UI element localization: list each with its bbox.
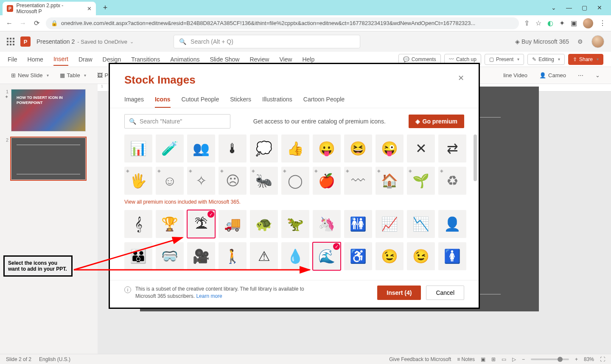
icon-tile-wink-solid[interactable]: 😉 <box>376 242 404 270</box>
zoom-level[interactable]: 83% <box>584 356 594 362</box>
icon-tile-unicorn[interactable]: 🦄 <box>313 210 341 238</box>
bookmark-star-icon[interactable]: ☆ <box>535 19 541 27</box>
dialog-tab-illustrations[interactable]: Illustrations <box>262 93 292 108</box>
sorter-view-icon[interactable]: ⊞ <box>491 356 496 362</box>
reading-view-icon[interactable]: ▭ <box>502 356 506 362</box>
close-window-icon[interactable]: ✕ <box>596 4 603 11</box>
icon-tile-wink-outline[interactable]: 😉 <box>407 242 435 270</box>
icon-tile-treble-clef[interactable]: 𝄞 <box>124 210 152 238</box>
language-indicator[interactable]: English (U.S.) <box>39 356 70 362</box>
maximize-window-icon[interactable]: ▢ <box>580 4 588 11</box>
zoom-in-icon[interactable]: + <box>575 356 578 362</box>
icon-tile-droplet[interactable]: 💧 <box>281 242 309 270</box>
buy-microsoft-link[interactable]: ◈ Buy Microsoft 365 <box>515 38 569 45</box>
zoom-slider[interactable] <box>531 358 569 360</box>
dialog-tab-stickers[interactable]: Stickers <box>230 93 251 108</box>
icon-tile-palm-island[interactable]: 🏝 <box>187 210 215 238</box>
icon-tile-house-chart[interactable]: 🏠 <box>376 167 404 195</box>
notes-toggle[interactable]: ≡ Notes <box>457 356 475 362</box>
share-button[interactable]: ⇪ Share <box>568 54 603 65</box>
collapse-ribbon-icon[interactable]: ⌄ <box>592 70 603 80</box>
kebab-menu-icon[interactable]: ⋮ <box>599 19 606 27</box>
icon-tile-sad-face[interactable]: ☹ <box>219 167 247 195</box>
feedback-link[interactable]: Give Feedback to Microsoft <box>389 356 451 362</box>
icon-tile-tools-cross[interactable]: ✕ <box>407 134 435 162</box>
dialog-tab-icons[interactable]: Icons <box>155 93 171 108</box>
icon-tile-thermometer[interactable]: 🌡 <box>219 134 247 162</box>
icon-tile-apple[interactable]: 🍎 <box>313 167 341 195</box>
new-tab-button[interactable]: + <box>99 2 111 14</box>
online-video-button[interactable]: line Video <box>500 70 531 80</box>
tab-file[interactable]: File <box>8 53 17 65</box>
icon-tile-thought-cloud[interactable]: 💭 <box>250 134 278 162</box>
zoom-out-icon[interactable]: − <box>522 356 525 362</box>
icon-tile-sprout[interactable]: 🌱 <box>407 167 435 195</box>
tab-draw[interactable]: Draw <box>78 53 92 65</box>
icon-tile-audience[interactable]: 👥 <box>187 134 215 162</box>
learn-more-link[interactable]: Learn more <box>196 293 222 299</box>
normal-view-icon[interactable]: ▣ <box>481 356 485 362</box>
scrollbar[interactable] <box>474 134 477 280</box>
reload-button[interactable]: ⟳ <box>32 19 41 27</box>
extension-icon[interactable]: ◐ <box>547 19 553 27</box>
icon-tile-vr-headset[interactable]: 🥽 <box>156 242 184 270</box>
close-tab-icon[interactable]: ✕ <box>87 6 92 12</box>
icon-tile-hand-fish[interactable]: 🖐 <box>124 167 152 195</box>
icon-tile-aperture[interactable]: ◯ <box>281 167 309 195</box>
chevron-down-icon[interactable]: ⌄ <box>550 4 558 11</box>
new-slide-button[interactable]: ⊞ New Slide <box>8 70 52 80</box>
icon-tile-dinosaur[interactable]: 🦖 <box>281 210 309 238</box>
more-options-icon[interactable]: ⋯ <box>575 70 587 80</box>
icon-tile-swap-arrows[interactable]: ⇄ <box>438 134 466 162</box>
icon-tile-bug[interactable]: 🐜 <box>250 167 278 195</box>
insert-button[interactable]: Insert (4) <box>377 286 421 300</box>
icon-search-input[interactable]: 🔍 Search "Nature" <box>124 114 230 129</box>
browser-tab[interactable]: P Presentation 2.pptx - Microsoft P ✕ <box>3 2 96 15</box>
slide-thumbnail-2[interactable] <box>11 137 86 180</box>
icon-tile-compress[interactable]: ✧ <box>187 167 215 195</box>
minimize-window-icon[interactable]: — <box>565 4 573 11</box>
dialog-tab-cartoon-people[interactable]: Cartoon People <box>303 93 345 108</box>
user-avatar[interactable] <box>591 35 604 48</box>
icon-tile-turtle[interactable]: 🐢 <box>250 210 278 238</box>
share-url-icon[interactable]: ⇪ <box>524 19 530 27</box>
back-button[interactable]: ← <box>5 20 14 27</box>
icon-tile-person[interactable]: 👤 <box>438 210 466 238</box>
dialog-tab-cutout-people[interactable]: Cutout People <box>182 93 219 108</box>
cancel-button[interactable]: Cancel <box>426 286 464 300</box>
view-premium-link[interactable]: View all premium icons included with Mic… <box>124 199 464 205</box>
icon-tile-wheelchair[interactable]: ♿ <box>344 242 372 270</box>
tab-insert[interactable]: Insert <box>53 53 68 66</box>
slide-thumbnail-1[interactable]: HOW TO INSERT ICON IN POWERPOINT <box>11 89 86 132</box>
icon-tile-recycle[interactable]: ♻ <box>438 167 466 195</box>
document-title[interactable]: Presentation 2 - Saved to OneDrive ⌄ <box>36 38 134 45</box>
icon-tile-camera[interactable]: 🎥 <box>187 242 215 270</box>
gear-icon[interactable]: ⚙ <box>577 38 583 45</box>
go-premium-button[interactable]: ◈ Go premium <box>409 115 464 128</box>
fit-to-window-icon[interactable]: ⛶ <box>600 356 605 362</box>
side-panel-icon[interactable]: ▣ <box>571 19 577 27</box>
icon-tile-thumbs-up[interactable]: 👍 <box>281 134 309 162</box>
cameo-button[interactable]: 👤 Cameo <box>536 70 569 80</box>
icon-tile-wink-face[interactable]: 😜 <box>376 134 404 162</box>
table-button[interactable]: ▦ Table <box>56 70 90 80</box>
forward-button[interactable]: → <box>19 20 27 27</box>
icon-tile-people-access[interactable]: 🚻 <box>344 210 372 238</box>
icon-tile-tongue-face[interactable]: 😛 <box>313 134 341 162</box>
app-launcher-icon[interactable] <box>7 38 14 45</box>
slideshow-view-icon[interactable]: ▷ <box>512 356 516 362</box>
icon-tile-smiley[interactable]: ☺ <box>156 167 184 195</box>
icon-tile-presentation[interactable]: 📊 <box>124 134 152 162</box>
present-button[interactable]: ▢ Present <box>485 54 524 65</box>
search-input[interactable]: 🔍 Search (Alt + Q) <box>174 35 360 48</box>
icon-tile-trend-chart[interactable]: 📉 <box>407 210 435 238</box>
editing-button[interactable]: ✎ Editing <box>527 54 565 65</box>
icon-tile-zigzag[interactable]: 〰 <box>344 167 372 195</box>
icon-tile-wave[interactable]: 🌊 <box>313 242 341 270</box>
icon-tile-line-chart[interactable]: 📈 <box>376 210 404 238</box>
tab-home[interactable]: Home <box>28 53 43 65</box>
icon-tile-woman[interactable]: 🚺 <box>438 242 466 270</box>
icon-tile-group[interactable]: 👪 <box>124 242 152 270</box>
icon-tile-test-tubes[interactable]: 🧪 <box>156 134 184 162</box>
icon-tile-walking[interactable]: 🚶 <box>219 242 247 270</box>
